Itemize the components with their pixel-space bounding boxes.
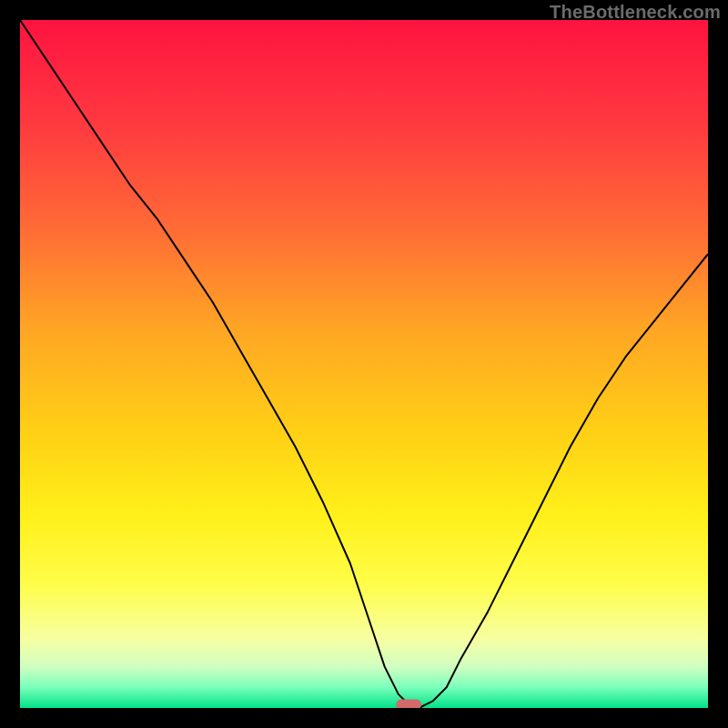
chart-plot	[20, 20, 708, 708]
optimum-marker	[396, 700, 421, 708]
chart-stage: TheBottleneck.com	[0, 0, 728, 728]
chart-svg	[20, 20, 708, 708]
